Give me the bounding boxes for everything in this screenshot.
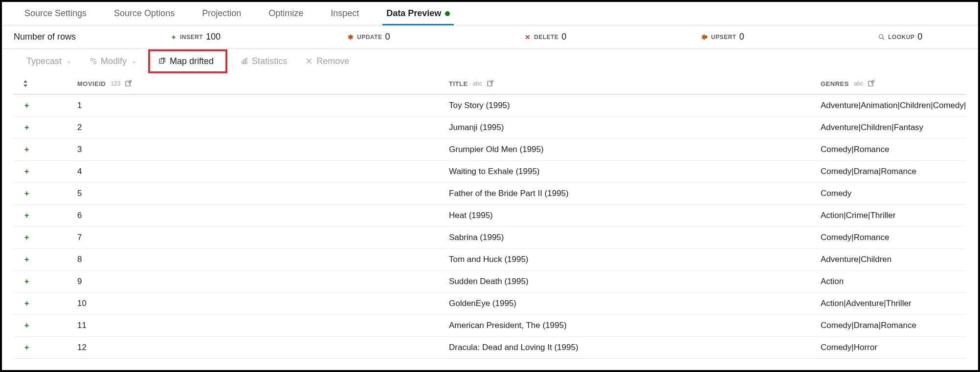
table-header: MOVIEID 123 TITLE abc GENRES abc bbox=[14, 73, 966, 95]
column-type: abc bbox=[473, 80, 482, 87]
cell-title: Heat (1995) bbox=[449, 211, 821, 220]
row-insert-icon: + bbox=[14, 211, 77, 220]
tab-source-settings[interactable]: Source Settings bbox=[11, 2, 100, 25]
cell-genres: Comedy bbox=[821, 189, 966, 198]
cell-movieid: 10 bbox=[77, 299, 449, 308]
table-row[interactable]: +3Grumpier Old Men (1995)Comedy|Romance bbox=[14, 139, 966, 161]
row-insert-icon: + bbox=[14, 299, 77, 308]
column-header-movieid[interactable]: MOVIEID 123 bbox=[77, 80, 449, 88]
sort-icon bbox=[22, 80, 28, 87]
upsert-icon: ✱+ bbox=[701, 34, 708, 41]
cell-genres: Action|Crime|Thriller bbox=[821, 211, 966, 220]
table-row[interactable]: +12Dracula: Dead and Loving It (1995)Com… bbox=[14, 337, 966, 359]
tab-label: Source Settings bbox=[24, 8, 87, 19]
stat-name: INSERT bbox=[180, 34, 203, 41]
x-icon bbox=[306, 58, 312, 65]
column-action-icon[interactable] bbox=[125, 80, 132, 87]
column-action-icon[interactable] bbox=[487, 80, 494, 87]
cell-title: Sabrina (1995) bbox=[449, 233, 821, 242]
column-type: 123 bbox=[111, 80, 120, 87]
cell-movieid: 2 bbox=[77, 123, 449, 132]
table-row[interactable]: +8Tom and Huck (1995)Adventure|Children bbox=[14, 249, 966, 271]
stat-value: 0 bbox=[917, 32, 922, 42]
cell-title: Father of the Bride Part II (1995) bbox=[449, 189, 821, 198]
svg-rect-6 bbox=[244, 60, 245, 64]
stat-upsert: ✱+ UPSERT 0 bbox=[701, 32, 744, 42]
cell-movieid: 3 bbox=[77, 145, 449, 154]
tab-optimize[interactable]: Optimize bbox=[255, 2, 317, 25]
cell-title: American President, The (1995) bbox=[449, 321, 821, 330]
table-row[interactable]: +2Jumanji (1995)Adventure|Children|Fanta… bbox=[14, 117, 966, 139]
tab-source-options[interactable]: Source Options bbox=[100, 2, 188, 25]
cell-movieid: 11 bbox=[77, 321, 449, 330]
cell-genres: Comedy|Romance bbox=[821, 145, 966, 154]
table-row[interactable]: +10GoldenEye (1995)Action|Adventure|Thri… bbox=[14, 293, 966, 315]
cell-title: Toy Story (1995) bbox=[449, 101, 821, 110]
cell-movieid: 9 bbox=[77, 277, 449, 286]
tab-inspect[interactable]: Inspect bbox=[317, 2, 373, 25]
column-name: GENRES bbox=[821, 80, 849, 88]
cell-movieid: 8 bbox=[77, 255, 449, 264]
column-type: abc bbox=[854, 80, 863, 87]
cell-genres: Action|Adventure|Thriller bbox=[821, 299, 966, 308]
remove-button[interactable]: Remove bbox=[301, 53, 354, 69]
column-action-icon[interactable] bbox=[868, 80, 875, 87]
cell-title: Dracula: Dead and Loving It (1995) bbox=[449, 343, 821, 352]
svg-rect-9 bbox=[488, 81, 492, 86]
sort-column[interactable] bbox=[14, 80, 77, 87]
cell-movieid: 6 bbox=[77, 211, 449, 220]
table-row[interactable]: +7Sabrina (1995)Comedy|Romance bbox=[14, 227, 966, 249]
column-header-genres[interactable]: GENRES abc bbox=[821, 80, 966, 88]
cell-title: Waiting to Exhale (1995) bbox=[449, 167, 821, 176]
table-row[interactable]: +11American President, The (1995)Comedy|… bbox=[14, 315, 966, 337]
svg-rect-10 bbox=[869, 81, 873, 86]
row-insert-icon: + bbox=[14, 123, 77, 132]
modify-button[interactable]: Modify ⌄ bbox=[85, 53, 141, 69]
cell-title: Jumanji (1995) bbox=[449, 123, 821, 132]
cell-genres: Comedy|Drama|Romance bbox=[821, 167, 966, 176]
tab-label: Inspect bbox=[331, 8, 359, 19]
stat-update: ✱ UPDATE 0 bbox=[347, 32, 390, 42]
tab-data-preview[interactable]: Data Preview bbox=[373, 2, 464, 25]
column-header-title[interactable]: TITLE abc bbox=[449, 80, 821, 88]
table-body: +1Toy Story (1995)Adventure|Animation|Ch… bbox=[14, 95, 966, 359]
chevron-down-icon: ⌄ bbox=[67, 58, 71, 65]
svg-line-1 bbox=[883, 38, 885, 40]
map-icon bbox=[159, 58, 166, 65]
button-label: Modify bbox=[101, 56, 127, 66]
statistics-button[interactable]: Statistics bbox=[236, 53, 292, 69]
tab-label: Data Preview bbox=[386, 8, 441, 19]
stat-value: 0 bbox=[561, 32, 566, 42]
map-drifted-button[interactable]: Map drifted bbox=[154, 53, 219, 69]
row-insert-icon: + bbox=[14, 145, 77, 154]
cell-genres: Comedy|Drama|Romance bbox=[821, 321, 966, 330]
table-row[interactable]: +4Waiting to Exhale (1995)Comedy|Drama|R… bbox=[14, 161, 966, 183]
cell-genres: Action bbox=[821, 277, 966, 286]
stat-lookup: LOOKUP 0 bbox=[878, 32, 922, 42]
stat-value: 0 bbox=[385, 32, 390, 42]
column-name: MOVIEID bbox=[77, 80, 106, 88]
chevron-down-icon: ⌄ bbox=[132, 58, 136, 65]
cell-title: Grumpier Old Men (1995) bbox=[449, 145, 821, 154]
typecast-button[interactable]: Typecast ⌄ bbox=[22, 53, 76, 69]
stat-name: DELETE bbox=[534, 34, 558, 41]
tab-projection[interactable]: Projection bbox=[188, 2, 255, 25]
table-row[interactable]: +1Toy Story (1995)Adventure|Animation|Ch… bbox=[14, 95, 966, 117]
table-row[interactable]: +9Sudden Death (1995)Action bbox=[14, 271, 966, 293]
row-insert-icon: + bbox=[14, 233, 77, 242]
cell-movieid: 7 bbox=[77, 233, 449, 242]
toolbar: Typecast ⌄ Modify ⌄ Map drifted Statisti… bbox=[2, 49, 978, 73]
cell-movieid: 12 bbox=[77, 343, 449, 352]
chart-icon bbox=[241, 58, 248, 65]
cell-genres: Adventure|Children|Fantasy bbox=[821, 123, 966, 132]
cell-title: GoldenEye (1995) bbox=[449, 299, 821, 308]
star-icon: ✱ bbox=[347, 34, 354, 41]
cell-movieid: 5 bbox=[77, 189, 449, 198]
button-label: Map drifted bbox=[170, 56, 214, 66]
tab-label: Source Options bbox=[114, 8, 175, 19]
cell-genres: Comedy|Horror bbox=[821, 343, 966, 352]
table-row[interactable]: +6Heat (1995)Action|Crime|Thriller bbox=[14, 205, 966, 227]
table-row[interactable]: +5Father of the Bride Part II (1995)Come… bbox=[14, 183, 966, 205]
button-label: Statistics bbox=[252, 56, 287, 66]
row-insert-icon: + bbox=[14, 343, 77, 352]
